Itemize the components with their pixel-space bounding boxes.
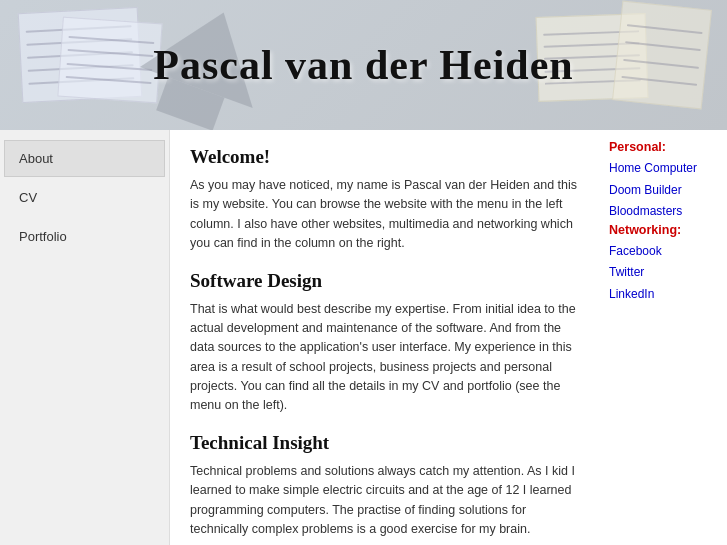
sidebar-item-cv[interactable]: CV: [4, 179, 165, 216]
technical-insight-text: Technical problems and solutions always …: [190, 462, 577, 540]
right-networking-section: Networking: Facebook Twitter LinkedIn: [609, 223, 715, 306]
right-personal-section: Personal: Home Computer Doom Builder Blo…: [609, 140, 715, 223]
software-design-text: That is what would best describe my expe…: [190, 300, 577, 416]
link-home-computer[interactable]: Home Computer: [609, 158, 715, 180]
link-facebook[interactable]: Facebook: [609, 241, 715, 263]
link-doom-builder[interactable]: Doom Builder: [609, 180, 715, 202]
right-sidebar: Personal: Home Computer Doom Builder Blo…: [597, 130, 727, 545]
link-bloodmasters[interactable]: Bloodmasters: [609, 201, 715, 223]
sidebar-item-portfolio[interactable]: Portfolio: [4, 218, 165, 255]
welcome-text: As you may have noticed, my name is Pasc…: [190, 176, 577, 254]
technical-insight-title: Technical Insight: [190, 432, 577, 454]
main-content: Welcome! As you may have noticed, my nam…: [170, 130, 597, 545]
page-layout: About CV Portfolio Welcome! As you may h…: [0, 130, 727, 545]
link-twitter[interactable]: Twitter: [609, 262, 715, 284]
networking-section-title: Networking:: [609, 223, 715, 237]
link-linkedin[interactable]: LinkedIn: [609, 284, 715, 306]
sidebar-item-about[interactable]: About: [4, 140, 165, 177]
personal-section-title: Personal:: [609, 140, 715, 154]
header-decoration-4: [612, 1, 712, 110]
page-header: Pascal van der Heiden: [0, 0, 727, 130]
left-sidebar: About CV Portfolio: [0, 130, 170, 545]
welcome-title: Welcome!: [190, 146, 577, 168]
site-title: Pascal van der Heiden: [153, 41, 573, 89]
software-design-title: Software Design: [190, 270, 577, 292]
